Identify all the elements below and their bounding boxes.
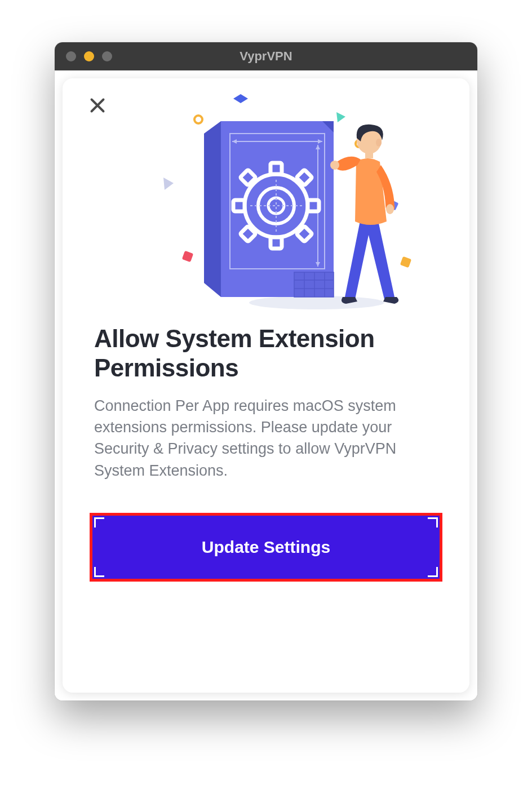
svg-rect-8 — [400, 256, 412, 268]
traffic-lights — [55, 51, 112, 61]
permission-modal: Allow System Extension Permissions Conne… — [63, 78, 469, 693]
svg-marker-1 — [233, 94, 248, 103]
highlight-corner-icon — [428, 517, 438, 527]
app-window: VyprVPN — [55, 42, 477, 701]
window-content: Allow System Extension Permissions Conne… — [55, 70, 477, 701]
svg-rect-27 — [308, 200, 319, 211]
modal-body-text: Connection Per App requires macOS system… — [63, 383, 469, 481]
svg-point-38 — [330, 161, 339, 170]
svg-rect-26 — [233, 200, 245, 211]
svg-rect-24 — [271, 163, 282, 174]
svg-point-0 — [249, 296, 384, 309]
cta-label: Update Settings — [202, 538, 330, 557]
highlight-corner-icon — [94, 567, 104, 577]
svg-marker-3 — [336, 112, 345, 122]
svg-marker-4 — [163, 178, 174, 190]
svg-rect-32 — [294, 272, 334, 297]
modal-heading: Allow System Extension Permissions — [63, 314, 469, 383]
svg-point-42 — [376, 139, 382, 147]
svg-point-39 — [386, 204, 394, 214]
svg-point-2 — [194, 116, 202, 123]
svg-marker-9 — [204, 121, 221, 297]
svg-rect-6 — [182, 251, 194, 263]
window-minimize-button[interactable] — [84, 51, 94, 61]
highlight-corner-icon — [428, 567, 438, 577]
highlight-corner-icon — [94, 517, 104, 527]
window-zoom-button[interactable] — [102, 51, 112, 61]
cta-highlight-frame: Update Settings — [90, 513, 442, 582]
update-settings-button[interactable]: Update Settings — [92, 516, 440, 579]
window-close-button[interactable] — [66, 51, 76, 61]
hero-illustration — [63, 88, 469, 314]
svg-rect-25 — [271, 237, 282, 249]
window-titlebar[interactable]: VyprVPN — [55, 42, 477, 70]
window-title: VyprVPN — [55, 49, 477, 64]
